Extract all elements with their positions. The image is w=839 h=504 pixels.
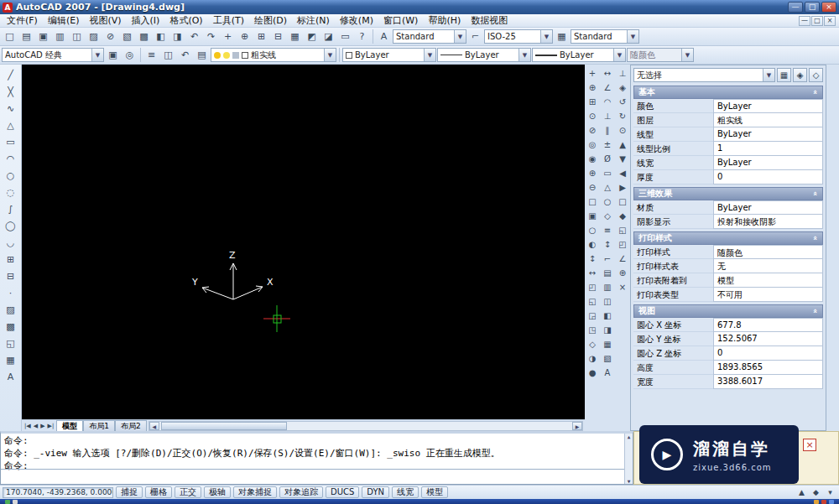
chevron-down-icon[interactable]: ▼: [763, 69, 774, 81]
chevron-down-icon[interactable]: ▼: [613, 49, 625, 61]
property-value[interactable]: 1: [713, 142, 823, 156]
lwt-toggle[interactable]: 线宽: [392, 486, 419, 498]
zoom-window-icon[interactable]: ⊞: [253, 29, 269, 44]
chevron-down-icon[interactable]: ▼: [91, 49, 103, 61]
hatch-icon[interactable]: ▨: [3, 301, 19, 318]
view-swiso-icon[interactable]: ◱: [616, 223, 629, 236]
table-style-icon[interactable]: ▤: [601, 266, 614, 279]
layer-states-icon[interactable]: ▤: [194, 47, 210, 63]
swivel-icon[interactable]: ◐: [586, 237, 599, 251]
menu-item[interactable]: 视图(V): [84, 14, 126, 27]
scroll-up-icon[interactable]: ▲: [625, 434, 633, 439]
doc-minimize-button[interactable]: —: [799, 16, 810, 26]
named-views-icon[interactable]: ⊕: [616, 266, 629, 279]
dim-linear-icon[interactable]: ↔: [601, 66, 614, 80]
tab-layout1[interactable]: 布局1: [83, 420, 115, 431]
dim-style-combo[interactable]: ISO-25 ▼: [484, 29, 553, 44]
ellipse-icon[interactable]: ◯: [3, 217, 19, 234]
paste-icon[interactable]: ▩: [136, 29, 152, 44]
dim-aligned-icon[interactable]: ∠: [601, 81, 614, 94]
property-value[interactable]: 1893.8565: [713, 361, 823, 375]
table-style-combo[interactable]: Standard ▼: [571, 29, 639, 44]
dim-edit-icon[interactable]: ◫: [601, 294, 614, 308]
zoom-previous-icon[interactable]: ⊟: [270, 29, 286, 44]
zoom-window-icon[interactable]: ⊞: [586, 95, 599, 108]
workspace-combo[interactable]: AutoCAD 经典 ▼: [2, 48, 104, 62]
dim-baseline-icon[interactable]: ▭: [601, 166, 614, 179]
top-view-icon[interactable]: ◱: [586, 294, 599, 308]
tray-icon[interactable]: [814, 500, 819, 504]
adjust-distance-icon[interactable]: ↕: [586, 252, 599, 265]
menu-item[interactable]: 格式(O): [164, 14, 207, 27]
section-header[interactable]: 三维效果 «: [633, 187, 823, 200]
dim-diameter-icon[interactable]: Ø: [601, 152, 614, 165]
tab-nav-button[interactable]: ◀: [33, 423, 39, 429]
scrollbar-thumb[interactable]: [161, 422, 287, 430]
tab-model[interactable]: 模型: [56, 420, 83, 431]
tray-icon[interactable]: [821, 500, 826, 504]
zoom-extents-icon[interactable]: ▣: [586, 209, 599, 222]
property-value[interactable]: 3388.6017: [713, 375, 823, 389]
dim-space-icon[interactable]: ▦: [601, 337, 614, 351]
property-value[interactable]: 投射和接收阴影: [713, 215, 823, 229]
ucs-face-icon[interactable]: ↻: [616, 109, 629, 122]
view-front-icon[interactable]: □: [616, 195, 629, 208]
layer-properties-icon[interactable]: ≡: [143, 47, 159, 63]
annotation-scale-icon[interactable]: ▲: [795, 486, 808, 498]
property-value[interactable]: ByLayer: [713, 127, 823, 142]
dim-break-icon[interactable]: ◨: [601, 323, 614, 336]
tab-nav-button[interactable]: |◀: [23, 423, 32, 429]
property-value[interactable]: 0: [713, 170, 823, 184]
dim-vertical-icon[interactable]: ↕: [601, 237, 614, 251]
menu-item[interactable]: 数据视图: [466, 14, 513, 27]
menu-item[interactable]: 编辑(E): [43, 14, 85, 27]
chevron-down-icon[interactable]: ▼: [324, 49, 336, 61]
ucs-world-icon[interactable]: ◈: [616, 81, 629, 94]
dim-tolerance-icon[interactable]: ±: [601, 138, 614, 151]
gradient-icon[interactable]: ▩: [3, 318, 19, 335]
close-button[interactable]: ×: [821, 2, 836, 13]
chevron-down-icon[interactable]: ▼: [424, 49, 435, 61]
menu-item[interactable]: 修改(M): [335, 14, 378, 27]
minimize-button[interactable]: —: [788, 2, 803, 13]
revision-cloud-icon[interactable]: ◌: [3, 184, 19, 200]
dim-parallel-icon[interactable]: ∥: [601, 123, 614, 137]
block-editor-icon[interactable]: ◨: [169, 29, 185, 44]
layer-lock-icon[interactable]: [232, 52, 239, 59]
rectangle-icon[interactable]: ▭: [3, 133, 19, 150]
insert-block-icon[interactable]: ⊞: [3, 251, 19, 268]
zoom-scale-icon[interactable]: ⊘: [586, 123, 599, 137]
toolbar-lock-icon[interactable]: ◆: [810, 486, 822, 498]
color-combo[interactable]: ByLayer ▼: [342, 48, 436, 62]
dim-continue-icon[interactable]: ≡: [601, 223, 614, 236]
command-scrollbar[interactable]: ▲▼: [624, 434, 633, 484]
property-value[interactable]: ByLayer: [713, 156, 823, 170]
pan-icon[interactable]: +: [220, 29, 236, 44]
dim-arc-icon[interactable]: ◠: [601, 95, 614, 108]
property-value[interactable]: ByLayer: [713, 200, 823, 215]
publish-icon[interactable]: ▨: [86, 29, 102, 44]
collapse-icon[interactable]: «: [811, 191, 820, 196]
ortho-toggle[interactable]: 正交: [175, 486, 201, 498]
menu-item[interactable]: 标注(N): [292, 14, 335, 27]
right-view-icon[interactable]: ◳: [586, 323, 599, 336]
property-value[interactable]: 不可用: [713, 288, 823, 302]
zoom-dynamic-icon[interactable]: ⊙: [586, 109, 599, 122]
text-tool-icon[interactable]: A: [601, 366, 614, 379]
horizontal-scrollbar[interactable]: ◀ ▶: [149, 421, 583, 431]
dim-ordinate-icon[interactable]: ⊥: [601, 109, 614, 122]
left-view-icon[interactable]: ◲: [586, 309, 599, 322]
taskbar-icon[interactable]: [5, 500, 10, 504]
sheetset-icon[interactable]: ▭: [337, 29, 353, 44]
zoom-object-icon[interactable]: ◉: [586, 152, 599, 165]
ucs-object-icon[interactable]: ⊙: [616, 123, 629, 137]
layer-combo[interactable]: 粗实线 ▼: [211, 48, 336, 62]
open-file-icon[interactable]: ▤: [18, 29, 34, 44]
iso-view-icon[interactable]: ◇: [586, 337, 599, 351]
pan-tool-icon[interactable]: +: [586, 66, 599, 80]
tray-icon[interactable]: [829, 500, 834, 504]
layer-freeze-icon[interactable]: [223, 52, 230, 59]
make-block-icon[interactable]: ⊟: [3, 268, 19, 284]
view-manager-icon[interactable]: ×: [616, 280, 629, 294]
model-toggle[interactable]: 模型: [421, 486, 448, 498]
